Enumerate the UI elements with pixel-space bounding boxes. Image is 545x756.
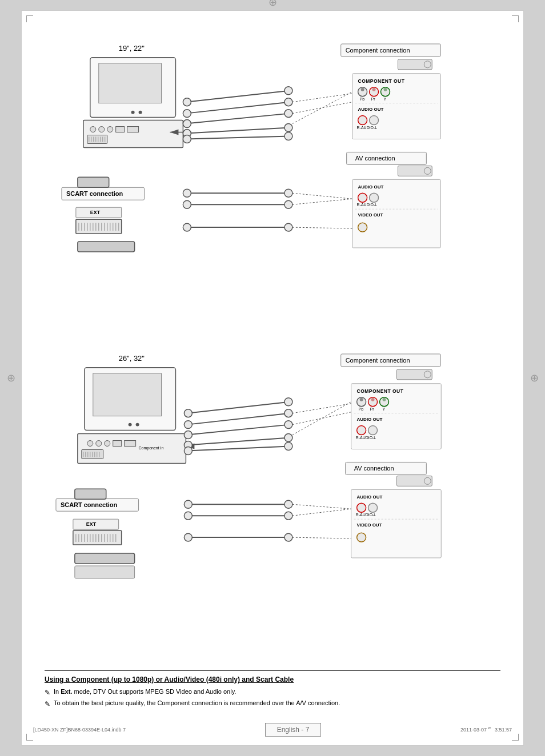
b-av-video-title: VIDEO OUT bbox=[357, 522, 382, 528]
top-tv-dot1 bbox=[131, 111, 135, 114]
bottom-av-label: AV connection bbox=[354, 465, 394, 472]
b-av-audio-sub: R-AUDIO-L bbox=[356, 513, 376, 517]
note-item-1: ✎ In Ext. mode, DTV Out supports MPEG SD… bbox=[45, 688, 500, 697]
bottom-panel-port2 bbox=[96, 440, 102, 446]
top-comp-port-y-inner bbox=[384, 88, 387, 91]
top-cable-audio-1 bbox=[186, 127, 290, 133]
top-av-audio-l bbox=[370, 193, 379, 202]
top-panel-port3 bbox=[107, 126, 113, 132]
top-scart-plug2 bbox=[78, 242, 135, 252]
top-rca-right-1 bbox=[284, 87, 292, 95]
top-scart-plug1 bbox=[78, 177, 109, 187]
top-dotted-av-1 bbox=[292, 193, 352, 199]
b-rca-l-5 bbox=[184, 447, 192, 455]
b-comp-audio-sub: R-AUDIO-L bbox=[356, 435, 376, 439]
top-tv-dot2 bbox=[139, 111, 142, 114]
top-comp-audio-sub: R-AUDIO-L bbox=[357, 125, 378, 129]
b-rca-r-3 bbox=[284, 420, 292, 428]
b-comp-audio-r bbox=[357, 425, 366, 435]
top-rca-left-2 bbox=[183, 110, 191, 118]
note-icon-1: ✎ bbox=[45, 689, 50, 697]
bottom-scart-label: SCART connection bbox=[61, 501, 118, 508]
bottom-scart-plug2 bbox=[75, 553, 135, 564]
b-av-rca-r-3 bbox=[284, 533, 292, 541]
b-av-rca-r-1 bbox=[284, 500, 292, 508]
bottom-vcr-box bbox=[75, 565, 135, 578]
top-av-video-title: VIDEO OUT bbox=[358, 212, 383, 218]
b-comp-port-pb-label: Pb bbox=[359, 407, 364, 411]
top-rca-left-3 bbox=[183, 120, 191, 128]
b-dotted-comp-3 bbox=[292, 401, 351, 435]
b-rca-r-2 bbox=[284, 409, 292, 417]
b-av-rca-l-2 bbox=[184, 512, 192, 520]
top-cable-audio-2 bbox=[186, 136, 290, 139]
top-dotted-comp-2 bbox=[292, 102, 352, 114]
bottom-tv-screen bbox=[93, 373, 162, 416]
b-dotted-comp-2 bbox=[292, 412, 351, 424]
top-panel-rect2 bbox=[127, 126, 139, 132]
top-rca-right-2 bbox=[284, 98, 292, 106]
corner-mark-tr bbox=[512, 15, 519, 22]
top-panel-port1 bbox=[90, 126, 96, 132]
b-rca-l-3 bbox=[184, 431, 192, 439]
top-dotted-av-3 bbox=[292, 227, 352, 228]
bottom-cable-comp-1 bbox=[187, 401, 290, 413]
bottom-scart-plug1 bbox=[75, 489, 106, 499]
b-av-rca-r-2 bbox=[284, 512, 292, 520]
top-comp-audio-l bbox=[370, 116, 379, 125]
note-text-1: In Ext. mode, DTV Out supports MPEG SD V… bbox=[54, 688, 236, 695]
top-dotted-av-2 bbox=[292, 199, 352, 204]
top-comp-audio-title: AUDIO OUT bbox=[358, 107, 384, 112]
top-scart-port bbox=[87, 135, 107, 143]
footer-left: [LD450-XN ZF]BN68-03394E-L04.indb 7 bbox=[33, 727, 126, 733]
bottom-cable-audio-2 bbox=[187, 446, 290, 451]
top-ext-label: EXT bbox=[90, 210, 101, 215]
top-av-audio-sub: R-AUDIO-L bbox=[357, 203, 378, 207]
bottom-panel-label: Component In bbox=[139, 445, 164, 450]
bottom-tv-dot2 bbox=[136, 423, 139, 426]
top-panel-port2 bbox=[99, 126, 105, 132]
top-cable-comp-2 bbox=[186, 102, 290, 114]
page-footer: [LD450-XN ZF]BN68-03394E-L04.indb 7 Engl… bbox=[22, 723, 523, 737]
page: ⊕ ⊕ ⊕ 19", 22" bbox=[21, 10, 524, 746]
top-comp-panel-title: COMPONENT OUT bbox=[358, 78, 405, 84]
corner-mark-tl bbox=[26, 15, 33, 22]
page-number-box: English - 7 bbox=[265, 723, 322, 737]
main-content: 19", 22" bbox=[45, 28, 500, 708]
top-av-rca-right-1 bbox=[284, 189, 292, 197]
b-dotted-av-3 bbox=[292, 537, 351, 538]
b-rca-l-1 bbox=[184, 409, 192, 417]
top-cable-comp-1 bbox=[186, 91, 290, 102]
bottom-cable-audio-1 bbox=[187, 437, 290, 445]
bottom-diagram-svg: 26", 32" Component In bbox=[45, 338, 500, 657]
top-comp-port-pr-label: Pr bbox=[371, 97, 376, 101]
note-item-2: ✎ To obtain the best picture quality, th… bbox=[45, 699, 500, 708]
top-av-audio-title: AUDIO OUT bbox=[358, 184, 384, 190]
top-cable-comp-3 bbox=[186, 114, 290, 124]
top-scart-label: SCART connection bbox=[66, 190, 123, 197]
top-av-rca-left-2 bbox=[183, 200, 191, 208]
top-panel-rect1 bbox=[116, 126, 125, 132]
b-comp-port-pb-inner bbox=[360, 397, 363, 401]
top-av-label: AV connection bbox=[355, 155, 395, 162]
top-dotted-comp-3 bbox=[292, 92, 352, 124]
b-rca-l-2 bbox=[184, 420, 192, 428]
bottom-panel-rect2 bbox=[125, 440, 136, 446]
top-comp-port-y-label: Y bbox=[384, 97, 387, 101]
top-av-rca-left-1 bbox=[183, 189, 191, 197]
bottom-panel-port3 bbox=[105, 440, 110, 446]
reg-mark-top: ⊕ bbox=[267, 0, 278, 7]
bottom-tv-dot1 bbox=[129, 423, 132, 426]
top-rca-right-5 bbox=[284, 132, 292, 140]
top-rca-right-4 bbox=[284, 123, 292, 131]
bottom-cable-comp-3 bbox=[187, 424, 290, 435]
top-av-rca-left-3 bbox=[183, 223, 191, 231]
bottom-comp-panel-title: COMPONENT OUT bbox=[357, 388, 404, 393]
reg-mark-left: ⊕ bbox=[6, 373, 16, 383]
top-comp-port-pb-label: Pb bbox=[360, 97, 365, 101]
b-rca-r-4 bbox=[284, 433, 292, 441]
top-av-audio-r bbox=[358, 193, 367, 202]
b-av-video-port bbox=[357, 533, 366, 542]
top-comp-port-pb-inner bbox=[361, 88, 364, 91]
top-diagram-svg: 19", 22" bbox=[45, 28, 500, 347]
